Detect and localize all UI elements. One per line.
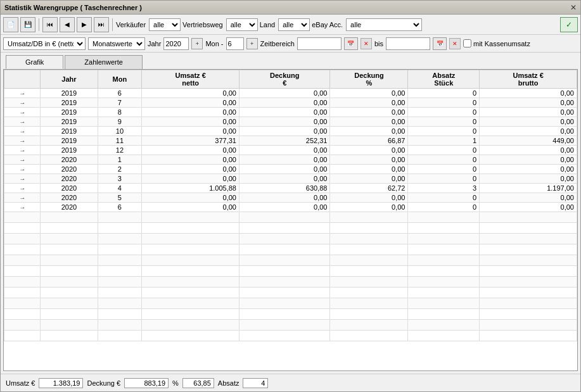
cell-1-5: 0,00 — [330, 98, 408, 108]
new-button[interactable]: 📄 — [3, 17, 18, 32]
mon-input[interactable] — [226, 37, 244, 50]
kassenumsatz-checkbox[interactable] — [463, 39, 471, 47]
clear-to-button[interactable]: ✕ — [449, 38, 461, 49]
empty-cell-0-1 — [41, 212, 98, 223]
zeitbereich-to-input[interactable] — [386, 37, 430, 50]
empty-cell-7-0 — [4, 288, 41, 298]
cell-4-0: → — [4, 127, 41, 136]
tab-zahlenwerte[interactable]: Zahlenwerte — [65, 55, 143, 69]
save-button[interactable]: 💾 — [20, 17, 35, 32]
cell-5-0: → — [4, 136, 41, 146]
empty-cell-8-0 — [4, 298, 41, 309]
empty-cell-5-6 — [408, 266, 480, 277]
cell-8-5: 0,00 — [330, 165, 408, 174]
empty-cell-3-3 — [142, 244, 239, 255]
cell-0-4: 0,00 — [239, 89, 330, 98]
cell-9-2: 3 — [98, 174, 142, 184]
land-label: Land — [260, 21, 275, 28]
ebay-select[interactable]: alle — [346, 18, 422, 31]
kassenumsatz-label[interactable]: mit Kassenumsatz — [463, 39, 530, 47]
table-row[interactable]: →201911377,31252,3166,871449,00 — [4, 136, 577, 146]
cell-4-1: 2019 — [41, 127, 98, 136]
col-umsatz-netto: Umsatz €netto — [142, 70, 239, 89]
table-row[interactable]: →201960,000,000,0000,00 — [4, 89, 577, 98]
umsatz-type-select[interactable]: Umsatz/DB in € (netto — [3, 37, 86, 50]
verkaufer-select[interactable]: alle — [149, 18, 181, 31]
table-row[interactable]: →202030,000,000,0000,00 — [4, 174, 577, 184]
cell-7-5: 0,00 — [330, 155, 408, 165]
jahr-input[interactable] — [163, 37, 189, 50]
prev-button[interactable]: ◀ — [60, 17, 75, 32]
table-row[interactable]: →202060,000,000,0000,00 — [4, 203, 577, 212]
empty-cell-5-7 — [480, 266, 577, 277]
first-icon: ⏮ — [47, 21, 53, 28]
empty-cell-9-0 — [4, 309, 41, 320]
table-row[interactable]: →2019100,000,000,0000,00 — [4, 127, 577, 136]
play-button[interactable]: ▶ — [77, 17, 92, 32]
table-header-row: Jahr Mon Umsatz €netto Deckung€ Deckung%… — [4, 70, 577, 89]
cell-10-3: 1.005,88 — [142, 184, 239, 193]
empty-cell-7-4 — [239, 288, 330, 298]
table-row[interactable]: →201970,000,000,0000,00 — [4, 98, 577, 108]
table-row[interactable]: →202020,000,000,0000,00 — [4, 165, 577, 174]
empty-cell-9-4 — [239, 309, 330, 320]
empty-cell-0-0 — [4, 212, 41, 223]
table-row[interactable]: →201980,000,000,0000,00 — [4, 108, 577, 117]
empty-cell-1-7 — [480, 223, 577, 234]
cell-1-1: 2019 — [41, 98, 98, 108]
percent-status-value: 63,85 — [182, 378, 214, 388]
table-row[interactable]: →202041.005,88630,8862,7231.197,00 — [4, 184, 577, 193]
table-row-empty — [4, 320, 577, 331]
close-icon[interactable]: ✕ — [570, 3, 577, 12]
cell-4-4: 0,00 — [239, 127, 330, 136]
clear-from-button[interactable]: ✕ — [361, 38, 372, 49]
jahr-plus-button[interactable]: + — [191, 38, 203, 49]
table-row-empty — [4, 244, 577, 255]
col-umsatz-brutto: Umsatz €brutto — [480, 70, 577, 89]
table-row[interactable]: →202050,000,000,0000,00 — [4, 193, 577, 203]
table-row[interactable]: →2019120,000,000,0000,00 — [4, 146, 577, 155]
empty-cell-9-5 — [330, 309, 408, 320]
check-icon: ✓ — [566, 20, 572, 29]
main-window: Statistik Warengruppe ( Taschenrechner )… — [0, 0, 581, 392]
empty-cell-4-0 — [4, 255, 41, 266]
cell-5-1: 2019 — [41, 136, 98, 146]
empty-cell-7-1 — [41, 288, 98, 298]
cell-3-5: 0,00 — [330, 117, 408, 127]
cell-3-3: 0,00 — [142, 117, 239, 127]
cell-12-4: 0,00 — [239, 203, 330, 212]
tab-grafik[interactable]: Grafik — [6, 55, 63, 69]
cell-8-4: 0,00 — [239, 165, 330, 174]
cal-from-button[interactable]: 📅 — [344, 37, 358, 50]
cell-8-0: → — [4, 165, 41, 174]
empty-cell-2-2 — [98, 234, 142, 244]
land-select[interactable]: alle — [278, 18, 310, 31]
empty-cell-3-5 — [330, 244, 408, 255]
separator-1 — [39, 18, 39, 31]
empty-cell-7-2 — [98, 288, 142, 298]
mon-plus-button[interactable]: + — [246, 38, 258, 49]
last-button[interactable]: ⏭ — [94, 17, 109, 32]
monatswerte-select[interactable]: Monatswerte — [88, 37, 145, 50]
cal-to-button[interactable]: 📅 — [433, 37, 447, 50]
empty-cell-7-3 — [142, 288, 239, 298]
cell-7-1: 2020 — [41, 155, 98, 165]
accept-button[interactable]: ✓ — [560, 17, 578, 32]
table-row[interactable]: →202010,000,000,0000,00 — [4, 155, 577, 165]
vertriebsweg-select[interactable]: alle — [226, 18, 258, 31]
cell-12-2: 6 — [98, 203, 142, 212]
cell-1-7: 0,00 — [480, 98, 577, 108]
zeitbereich-from-input[interactable] — [297, 37, 342, 50]
table-row[interactable]: →201990,000,000,0000,00 — [4, 117, 577, 127]
tabs-bar: Grafik Zahlenwerte — [1, 53, 580, 69]
deckung-status-label: Deckung € — [87, 379, 120, 387]
table-container[interactable]: Jahr Mon Umsatz €netto Deckung€ Deckung%… — [4, 70, 577, 370]
table-row-empty — [4, 266, 577, 277]
cell-4-2: 10 — [98, 127, 142, 136]
new-icon: 📄 — [7, 21, 15, 28]
cell-12-5: 0,00 — [330, 203, 408, 212]
empty-cell-7-7 — [480, 288, 577, 298]
cell-3-0: → — [4, 117, 41, 127]
first-button[interactable]: ⏮ — [42, 17, 58, 32]
zeitbereich-label: Zeitbereich — [260, 40, 295, 47]
